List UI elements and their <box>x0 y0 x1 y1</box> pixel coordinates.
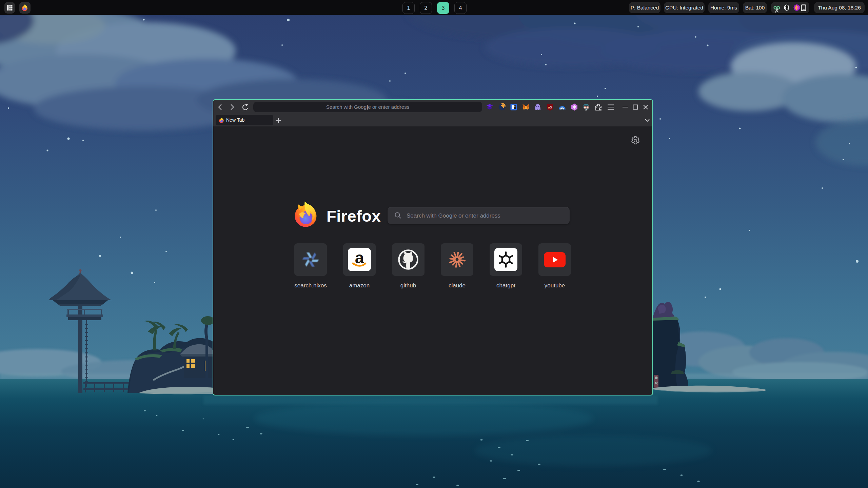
svg-text:a: a <box>355 249 364 267</box>
svg-text:uO: uO <box>548 106 552 109</box>
